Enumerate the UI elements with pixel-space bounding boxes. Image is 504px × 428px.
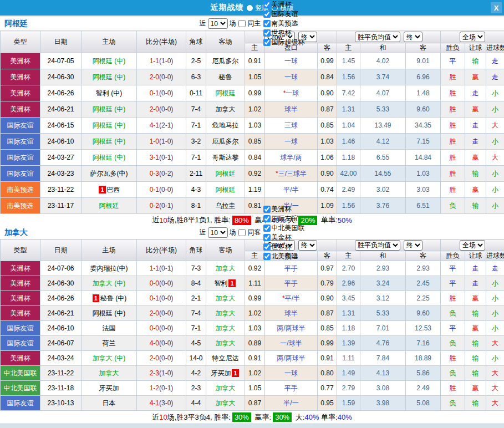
- home-team: 1巴西: [82, 182, 137, 198]
- competition-option[interactable]: 美金杯: [263, 233, 305, 242]
- away-team: 牙买加1: [206, 366, 245, 381]
- competition-badge: 美洲杯: [1, 101, 40, 118]
- same-venue-checkbox[interactable]: [238, 229, 246, 236]
- handicap-line: *一球: [265, 85, 318, 101]
- competition-checkbox[interactable]: [263, 206, 271, 213]
- col-type: 类型: [1, 240, 40, 261]
- handicap-home-odds: 1.03: [245, 321, 265, 336]
- competition-option[interactable]: 国际超级杯: [263, 38, 305, 47]
- match-date: 23-11-18: [40, 381, 82, 396]
- competition-checkbox[interactable]: [263, 253, 271, 260]
- home-team: 阿根廷: [82, 198, 137, 214]
- competition-badge: 美洲杯: [1, 261, 40, 276]
- result-cell: 负: [441, 198, 465, 214]
- home-team: 加拿大 (中): [82, 276, 137, 291]
- handicap-home-odds: 0.92: [245, 166, 265, 182]
- handicap-line: 平手: [265, 276, 318, 291]
- score: 0-1(0-0): [137, 182, 186, 198]
- avg-odds-select[interactable]: 胜平负均值: [355, 240, 400, 251]
- same-venue-checkbox[interactable]: [238, 20, 246, 27]
- avg-draw-odds: 3.98: [360, 396, 406, 411]
- competition-option[interactable]: 美洲杯: [263, 205, 305, 214]
- handicap-result-cell: 输: [465, 198, 486, 214]
- avg-home-odds: 1.56: [337, 198, 360, 214]
- match-count-select[interactable]: 10: [208, 18, 228, 29]
- handicap-home-odds: 0.99: [245, 291, 265, 306]
- competition-option[interactable]: 国际友谊: [263, 214, 305, 223]
- corners: 2-1: [186, 291, 206, 306]
- match-row: 南美预选23-11-221巴西0-1(0-0)4-3阿根廷1.19平/半0.74…: [1, 182, 504, 198]
- score: 2-0(0-0): [137, 101, 186, 118]
- competition-option[interactable]: 世界杯: [263, 28, 305, 38]
- competition-checkbox[interactable]: [263, 243, 271, 251]
- final-odds-select-2[interactable]: 终: [404, 240, 422, 251]
- games-label: 场: [230, 19, 236, 28]
- avg-draw-odds: 7.01: [360, 321, 406, 336]
- competition-checkbox[interactable]: [263, 20, 271, 27]
- col-date: 日期: [40, 31, 82, 53]
- match-date: 24-06-21: [40, 101, 82, 118]
- competition-checkbox[interactable]: [263, 234, 271, 241]
- score: 4-0(0-0): [137, 336, 186, 351]
- away-team: 哥斯达黎: [206, 150, 245, 166]
- competition-checkbox[interactable]: [263, 215, 271, 222]
- avg-home-odds: 2.96: [337, 276, 360, 291]
- bottom-strip: [0, 424, 504, 428]
- home-team: 阿根廷 (中): [82, 101, 137, 118]
- handicap-result-cell: 输: [465, 306, 486, 321]
- result-cell: 平: [441, 261, 465, 276]
- competition-option[interactable]: 美洲杯: [263, 0, 305, 9]
- avg-odds-select[interactable]: 胜平负均值: [355, 32, 400, 42]
- final-odds-select-2[interactable]: 终: [404, 32, 422, 42]
- canada-table: 类型 日期 主场 比分(半场) 角球 客场 Crow* 终 胜平负均值 终 全场…: [0, 239, 504, 411]
- handicap-away-odds: 0.99: [318, 53, 337, 69]
- goals-result-cell: 小: [486, 351, 504, 366]
- handicap-line: 一球: [265, 366, 318, 381]
- competition-checkbox[interactable]: [263, 1, 271, 8]
- goals-result-cell: 小: [486, 85, 504, 101]
- competition-label: 国际友谊: [272, 214, 298, 223]
- competition-checkbox[interactable]: [263, 29, 271, 37]
- match-date: 23-11-17: [40, 198, 82, 214]
- avg-draw-odds: 6.55: [360, 150, 406, 166]
- competition-label: 北美预选: [272, 252, 298, 261]
- avg-home-odds: 1.56: [337, 69, 360, 85]
- team-name: 加拿大: [4, 228, 28, 238]
- handicap-home-odds: 0.89: [245, 336, 265, 351]
- avg-draw-odds: 3.76: [360, 198, 406, 214]
- corners: 7-4: [186, 101, 206, 118]
- same-venue-label: 同主: [248, 19, 261, 28]
- corners: 4-2: [186, 366, 206, 381]
- corners: 0-11: [186, 85, 206, 101]
- col-home: 主场: [82, 240, 137, 261]
- competition-checkbox[interactable]: [263, 225, 271, 232]
- home-team: 阿根廷 (中): [82, 134, 137, 150]
- handicap-line: 球半: [265, 306, 318, 321]
- competition-option[interactable]: 南美预选: [263, 19, 305, 28]
- avg-away-odds: 6.96: [406, 69, 441, 85]
- handicap-away-odds: 0.74: [318, 182, 337, 198]
- score: 2-0(0-0): [137, 351, 186, 366]
- score: 3-1(0-1): [137, 150, 186, 166]
- away-team: 加拿大: [206, 381, 245, 396]
- avg-away-odds: 7.16: [406, 336, 441, 351]
- match-count-select[interactable]: 10: [208, 227, 228, 238]
- competition-badge: 美洲杯: [1, 306, 40, 321]
- competition-checkbox[interactable]: [263, 39, 271, 46]
- competition-option[interactable]: 世界杯: [263, 242, 305, 252]
- fulltime-select[interactable]: 全场: [460, 32, 485, 42]
- home-team: 法国: [82, 321, 137, 336]
- canada-summary: 近10场,胜3平3负4, 胜率:30% 赢率:30% 大:40% 单率:40%: [0, 411, 504, 424]
- handicap-away-odds: 0.87: [318, 101, 337, 118]
- fulltime-select[interactable]: 全场: [460, 240, 485, 251]
- close-icon[interactable]: X: [491, 2, 502, 13]
- home-team: 阿根廷 (中): [82, 69, 137, 85]
- competition-option[interactable]: 中北美国联: [263, 223, 305, 233]
- competition-checkbox[interactable]: [263, 11, 271, 18]
- competition-option[interactable]: 国际友谊: [263, 9, 305, 19]
- canada-rows: 美洲杯24-07-06委内瑞拉(中)1-1(0-1)7-3加拿大0.92平手0.…: [1, 261, 504, 411]
- result-cell: 胜: [441, 85, 465, 101]
- handicap-line: 两/两球半: [265, 321, 318, 336]
- result-cell: 平: [441, 276, 465, 291]
- competition-option[interactable]: 北美预选: [263, 252, 305, 261]
